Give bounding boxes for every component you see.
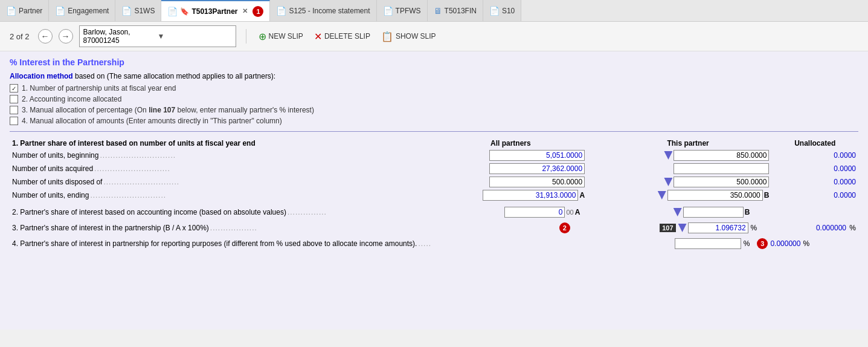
allocation-method-label: Allocation method based on (The same all…	[10, 72, 858, 80]
row-1-this	[605, 162, 772, 175]
row-2-all-input[interactable]	[489, 177, 585, 187]
row2-tag-a: A	[575, 208, 580, 216]
tab-s125[interactable]: 📄 S125 - Income statement	[270, 0, 376, 21]
badge-1: 1	[252, 6, 263, 17]
row-0-all-input[interactable]	[489, 150, 585, 161]
partner-tab-icon: 📄	[6, 6, 16, 16]
checkbox-4[interactable]	[10, 117, 18, 125]
row2-table: 2. Partner's share of interest based on …	[10, 206, 858, 219]
allocation-method-bold: Allocation method	[10, 72, 73, 80]
row-1-label: Number of units acquired................…	[10, 162, 434, 175]
s125-tab-icon: 📄	[276, 6, 286, 16]
row-1-all	[434, 162, 588, 175]
partner-dropdown[interactable]: Barlow, Jason, 870001245 ▼	[79, 25, 236, 47]
s1ws-tab-icon: 📄	[121, 6, 132, 16]
row4-this-input[interactable]	[675, 238, 741, 249]
tab-tpfws-label: TPFWS	[396, 7, 421, 15]
tab-s10[interactable]: 📄 S10	[483, 0, 521, 21]
show-slip-label: SHOW SLIP	[396, 32, 436, 41]
tab-partner[interactable]: 📄 Partner	[0, 0, 49, 21]
row-3-label: Number of units, ending.................…	[10, 189, 434, 202]
t5013fin-tab-icon: 🖥	[434, 6, 442, 16]
row2-this-input[interactable]	[683, 207, 744, 218]
row3-unalloc-cell: 0.000000 %	[759, 221, 858, 235]
checkbox-row-2: 2. Accounting income allocated	[10, 95, 858, 103]
row-2-this-input[interactable]	[674, 177, 769, 187]
row3-percent-symbol: %	[751, 224, 757, 232]
col-all-header: All partners	[434, 138, 588, 149]
tab-close-icon[interactable]: ✕	[242, 7, 248, 15]
row-3-all: A	[434, 189, 588, 202]
checkbox-3[interactable]	[10, 106, 18, 114]
row-2-unalloc: 0.0000	[771, 175, 858, 189]
nav-prev-button[interactable]: ←	[38, 29, 53, 44]
row2-all-input[interactable]	[504, 207, 565, 218]
tab-t5013fin[interactable]: 🖥 T5013FIN	[428, 0, 483, 21]
checkbox-1[interactable]: ✓	[10, 84, 18, 92]
new-slip-button[interactable]: ⊕ NEW SLIP	[256, 30, 306, 44]
row3-table: 3. Partner's share of interest in the pa…	[10, 221, 858, 235]
tab-t5013partner-label: T5013Partner	[191, 7, 237, 16]
checkbox-label-2: 2. Accounting income allocated	[22, 95, 121, 103]
row-2-label: Number of units disposed of.............…	[10, 175, 434, 189]
new-slip-label: NEW SLIP	[269, 32, 303, 41]
row-3-this-input[interactable]	[667, 190, 763, 201]
partner-dropdown-value: Barlow, Jason, 870001245	[83, 28, 158, 45]
show-slip-button[interactable]: 📋 SHOW SLIP	[379, 30, 439, 44]
row3-this-cell: 107 %	[592, 221, 759, 235]
row3-badge-cell: 2	[434, 221, 573, 235]
row-3-dropdown-icon[interactable]	[658, 191, 666, 199]
show-slip-icon: 📋	[381, 31, 393, 42]
row3-dropdown-icon[interactable]	[678, 224, 687, 232]
row4-unalloc-value: 0.000000	[770, 239, 800, 248]
row-3-unalloc: 0.0000	[771, 189, 858, 202]
tab-tpfws[interactable]: 📄 TPFWS	[377, 0, 428, 21]
checkbox-row-4: 4. Manual allocation of amounts (Enter a…	[10, 117, 858, 125]
toolbar-separator	[246, 29, 246, 44]
row3-label-cell: 3. Partner's share of interest in the pa…	[10, 221, 434, 235]
checkbox-row-3: 3. Manual allocation of percentage (On l…	[10, 106, 858, 114]
row-0-dropdown-icon[interactable]	[664, 151, 672, 160]
row-2-this	[605, 175, 772, 189]
tab-s1ws-label: S1WS	[134, 7, 155, 15]
row-0-this-input[interactable]	[674, 150, 769, 161]
tab-s125-label: S125 - Income statement	[289, 7, 370, 15]
s10-tab-icon: 📄	[489, 6, 500, 16]
tab-t5013partner[interactable]: 📄 🔖 T5013Partner ✕ 1	[161, 0, 270, 21]
row-1-all-input[interactable]	[489, 163, 585, 174]
tab-engagement-label: Engagement	[68, 7, 109, 15]
row-2-dropdown-icon[interactable]	[664, 178, 672, 186]
checkboxes-container: ✓1. Number of partnership units at fisca…	[10, 84, 858, 125]
row4-empty-cell	[434, 237, 583, 250]
section-divider	[10, 131, 858, 132]
checkbox-2[interactable]	[10, 95, 18, 103]
allocation-method-suffix: based on (The same allocation method app…	[75, 72, 275, 80]
badge-2: 2	[559, 222, 570, 233]
row-3-all-input[interactable]	[483, 190, 578, 201]
tab-s10-label: S10	[502, 7, 515, 15]
delete-slip-button[interactable]: ✕ DELETE SLIP	[312, 30, 373, 44]
row2-tag-b: B	[745, 208, 750, 216]
row-1-this-input[interactable]	[674, 163, 769, 174]
delete-slip-icon: ✕	[314, 31, 322, 42]
row2-dropdown-icon[interactable]	[674, 208, 682, 216]
checkbox-label-1: 1. Number of partnership units at fiscal…	[22, 84, 176, 92]
engagement-tab-icon: 📄	[55, 6, 65, 16]
row4-table: 4. Partner's share of interest in partne…	[10, 237, 858, 250]
tab-engagement[interactable]: 📄 Engagement	[49, 0, 115, 21]
col-unalloc-header: Unallocated	[771, 138, 858, 149]
checkbox-label-3: 3. Manual allocation of percentage (On l…	[22, 106, 314, 114]
tab-t5013fin-label: T5013FIN	[445, 7, 477, 15]
row3-this-input[interactable]	[688, 222, 748, 233]
row-0-all	[434, 149, 588, 162]
row4-label-cell: 4. Partner's share of interest in partne…	[10, 237, 434, 250]
table-row: Number of units disposed of.............…	[10, 175, 858, 189]
row-2-all	[434, 175, 588, 189]
tab-bar: 📄 Partner 📄 Engagement 📄 S1WS 📄 🔖 T5013P…	[0, 0, 868, 22]
t5013partner-tab-icon: 📄	[167, 7, 178, 16]
nav-next-button[interactable]: →	[59, 29, 73, 44]
checkbox-label-4: 4. Manual allocation of amounts (Enter a…	[22, 117, 282, 125]
tab-s1ws[interactable]: 📄 S1WS	[115, 0, 161, 21]
row2-this-cell: B	[604, 206, 753, 219]
row107-badge: 107	[660, 224, 675, 232]
